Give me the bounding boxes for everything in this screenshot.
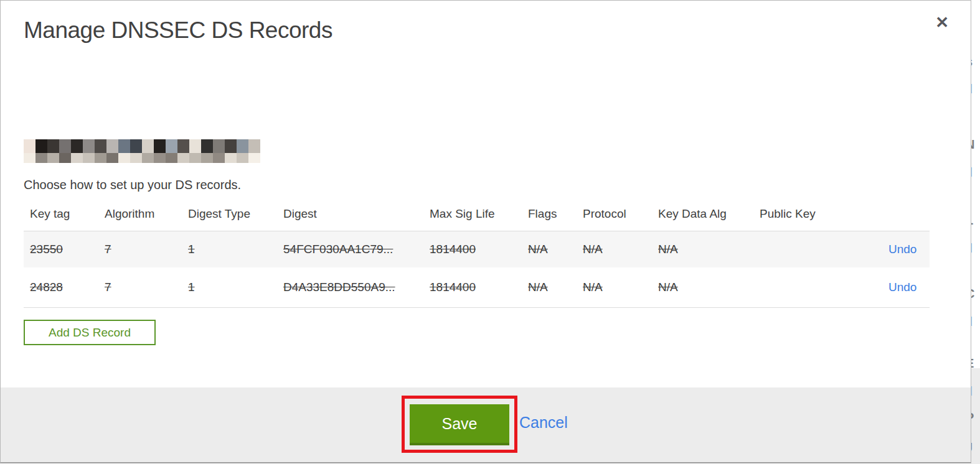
background-text-fragment: d xyxy=(971,82,973,96)
cell-protocol: N/A xyxy=(583,281,658,294)
cell-digest: 54FCF030AA1C79... xyxy=(283,243,430,256)
undo-link[interactable]: Undo xyxy=(888,281,930,294)
cell-algorithm: 7 xyxy=(105,243,188,256)
cell-key-data-alg: N/A xyxy=(658,281,760,294)
background-text-fragment: s xyxy=(971,55,973,69)
add-ds-record-button[interactable]: Add DS Record xyxy=(24,320,156,345)
close-icon[interactable]: ✕ xyxy=(935,14,949,30)
column-header-protocol: Protocol xyxy=(583,207,658,221)
column-header-digest-type: Digest Type xyxy=(188,207,283,221)
ds-records-table: Key tag Algorithm Digest Type Digest Max… xyxy=(24,207,930,308)
background-page-strip: sdNdLdCdEdPJ xyxy=(971,0,980,464)
background-text-fragment: d xyxy=(971,241,973,256)
cell-flags: N/A xyxy=(528,281,583,294)
column-header-key-tag: Key tag xyxy=(30,207,105,221)
modal-title: Manage DNSSEC DS Records xyxy=(24,17,332,44)
column-header-key-data-alg: Key Data Alg xyxy=(658,207,760,221)
cell-protocol: N/A xyxy=(583,243,658,256)
column-header-public-key: Public Key xyxy=(760,207,888,221)
domain-name-redacted xyxy=(24,139,260,163)
cell-key-tag: 24828 xyxy=(30,281,105,294)
table-header-row: Key tag Algorithm Digest Type Digest Max… xyxy=(24,207,930,231)
red-annotation-box: Save xyxy=(402,396,517,453)
screen: sdNdLdCdEdPJ Manage DNSSEC DS Records ✕ … xyxy=(0,0,980,464)
background-text-fragment: P xyxy=(971,411,974,425)
undo-link[interactable]: Undo xyxy=(888,243,930,256)
cell-key-data-alg: N/A xyxy=(658,243,760,256)
save-button[interactable]: Save xyxy=(410,404,509,445)
cell-max-sig-life: 1814400 xyxy=(430,281,528,294)
table-row: 23550 7 1 54FCF030AA1C79... 1814400 N/A … xyxy=(24,231,930,267)
instruction-text: Choose how to set up your DS records. xyxy=(24,178,241,192)
background-text-fragment: J xyxy=(971,440,973,455)
cancel-link[interactable]: Cancel xyxy=(519,414,568,432)
background-text-fragment: C xyxy=(971,287,974,301)
cell-digest-type: 1 xyxy=(188,281,283,294)
cell-digest-type: 1 xyxy=(188,243,283,256)
cell-digest: D4A33E8DD550A9... xyxy=(283,281,430,294)
background-text-fragment: E xyxy=(971,356,974,371)
cell-max-sig-life: 1814400 xyxy=(430,243,528,256)
redacted-pixel-row xyxy=(24,153,260,163)
redacted-pixel-row xyxy=(24,139,260,153)
background-text-fragment: d xyxy=(971,165,973,180)
background-text-fragment: N xyxy=(971,137,974,152)
cell-key-tag: 23550 xyxy=(30,243,105,256)
column-header-flags: Flags xyxy=(528,207,583,221)
cell-flags: N/A xyxy=(528,243,583,256)
cell-algorithm: 7 xyxy=(105,281,188,294)
column-header-digest: Digest xyxy=(283,207,430,221)
background-text-fragment: d xyxy=(971,315,973,329)
dnssec-modal: Manage DNSSEC DS Records ✕ Choose how to… xyxy=(0,0,971,463)
column-header-algorithm: Algorithm xyxy=(105,207,188,221)
background-text-fragment: d xyxy=(971,384,973,399)
modal-footer: Save Cancel xyxy=(1,387,971,462)
background-text-fragment: L xyxy=(971,213,973,228)
table-row: 24828 7 1 D4A33E8DD550A9... 1814400 N/A … xyxy=(24,267,930,308)
column-header-max-sig-life: Max Sig Life xyxy=(430,207,528,221)
